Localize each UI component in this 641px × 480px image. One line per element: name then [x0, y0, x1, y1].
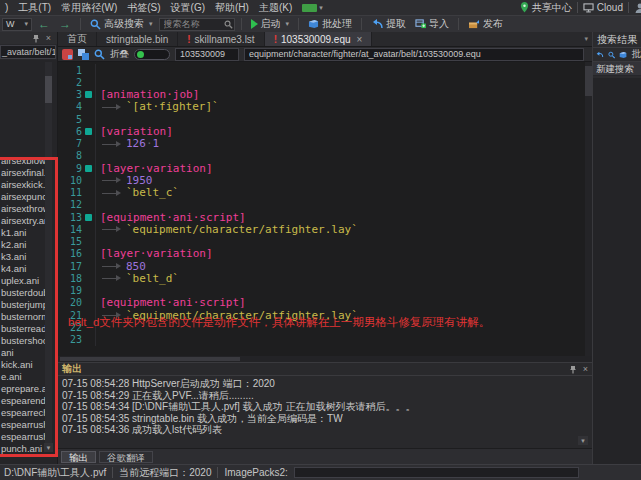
code-editor[interactable]: 123[animation·job]4`[at·fighter]`56[vari…: [58, 62, 592, 356]
stop-record-icon[interactable]: [62, 49, 73, 60]
copy-icon[interactable]: [78, 49, 89, 60]
file-list-item[interactable]: airsexkick.ani: [0, 179, 46, 191]
scrollbar-thumb[interactable]: [45, 76, 52, 103]
search-icon[interactable]: [224, 20, 233, 29]
file-list-item[interactable]: punch.ani: [0, 443, 46, 455]
menu-item[interactable]: 常用路径(W): [56, 1, 122, 15]
menu-item[interactable]: 帮助(H): [210, 1, 254, 15]
file-list-item[interactable]: busterdouble.: [0, 287, 46, 299]
search-icon[interactable]: [94, 49, 105, 60]
chevron-down-icon[interactable]: ▾: [580, 32, 592, 46]
file-list-item[interactable]: airsextry.ani: [0, 215, 46, 227]
new-search-tab[interactable]: 新建搜索: [593, 62, 641, 76]
account-button[interactable]: [634, 2, 641, 14]
share-center-button[interactable]: 共享中心: [520, 1, 572, 15]
file-list-item[interactable]: k1.ani: [0, 227, 46, 239]
file-list-item[interactable]: espearend.an: [0, 395, 46, 407]
chevron-down-icon: ▾: [286, 20, 290, 28]
fold-column: [82, 187, 96, 199]
file-list-item[interactable]: k2.ani: [0, 239, 46, 251]
close-icon[interactable]: ×: [46, 33, 51, 43]
file-list-item[interactable]: busterjump.a: [0, 299, 46, 311]
editor-scrollbar-thumb[interactable]: [585, 66, 592, 96]
file-list-item[interactable]: espearrechan: [0, 407, 46, 419]
code-line: 2: [58, 76, 592, 88]
code-token-section: [equipment·ani·script]: [100, 211, 246, 224]
menu-item[interactable]: ): [0, 2, 13, 13]
scroll-down-icon[interactable]: ▼: [578, 436, 588, 445]
tab-首页[interactable]: 首页: [58, 32, 97, 46]
file-list-item[interactable]: busterready.a: [0, 323, 46, 335]
tab-stringtable.bin[interactable]: stringtable.bin: [97, 32, 178, 46]
code-token-num: 126: [126, 137, 146, 150]
pin-icon[interactable]: [32, 34, 40, 43]
output-panel: 输出 × 07-15 08:54:28 HttpServer启动成功 端口：20…: [58, 362, 592, 448]
menu-item[interactable]: 主题(K): [254, 1, 297, 15]
fold-column: [82, 76, 96, 88]
fold-marker-icon[interactable]: [85, 91, 92, 98]
editor-scrollbar-track[interactable]: [585, 62, 592, 356]
advanced-search-button[interactable]: 高级搜索 ▾: [87, 17, 156, 31]
file-list-item[interactable]: k4.ani: [0, 263, 46, 275]
log-line: 07-15 08:54:36 成功载入lst代码列表: [62, 424, 592, 436]
theme-color-swatch[interactable]: [302, 4, 317, 12]
menu-item[interactable]: 工具(T): [13, 1, 56, 15]
file-list-item[interactable]: airsexpunch.a: [0, 191, 46, 203]
file-list-item[interactable]: k3.ani: [0, 251, 46, 263]
imagepacks-field[interactable]: [294, 467, 579, 478]
editor-hscrollbar-thumb[interactable]: [60, 357, 240, 361]
fold-marker-icon[interactable]: [85, 165, 92, 172]
bottom-tab-输出[interactable]: 输出: [61, 451, 96, 463]
file-list-item[interactable]: airsexthrow.a: [0, 203, 46, 215]
refresh-icon[interactable]: [596, 50, 604, 60]
divider: [577, 2, 578, 13]
bottom-tab-谷歌翻译[interactable]: 谷歌翻译: [99, 451, 153, 463]
chevron-down-icon: ▾: [24, 20, 28, 28]
file-list-item[interactable]: busternormal.: [0, 311, 46, 323]
file-id-field[interactable]: [175, 48, 239, 61]
tab-103530009.equ[interactable]: !103530009.equ×: [265, 32, 373, 46]
tab-arrow-icon: [100, 139, 124, 149]
pin-icon[interactable]: [569, 365, 577, 374]
search-icon[interactable]: [608, 50, 615, 60]
publish-button[interactable]: 发布: [465, 17, 506, 31]
menu-item[interactable]: 设置(G): [166, 1, 210, 15]
menu-item[interactable]: 书签(S): [122, 1, 165, 15]
close-icon[interactable]: ×: [583, 364, 588, 374]
scrollbar-track[interactable]: [45, 62, 52, 450]
extract-button[interactable]: 提取: [368, 17, 409, 31]
fold-toggle[interactable]: [134, 49, 170, 60]
modified-indicator: !: [187, 34, 190, 45]
nav-back-button[interactable]: ←: [35, 18, 53, 31]
close-icon[interactable]: ×: [357, 34, 363, 45]
cloud-button[interactable]: Cloud: [583, 2, 623, 13]
run-button[interactable]: 启动 ▾: [248, 17, 293, 31]
fold-column: [82, 113, 96, 125]
divider: [217, 467, 218, 478]
batch-button[interactable]: 批处理: [305, 17, 355, 31]
book-icon[interactable]: [619, 50, 627, 60]
sidebar-path-combo[interactable]: _avatar/belt/10 ▾: [0, 45, 56, 59]
chevron-down-icon[interactable]: ▾: [319, 4, 323, 12]
file-list-item[interactable]: espearrush.a: [0, 419, 46, 431]
workspace-combo[interactable]: W ▾: [2, 18, 32, 31]
file-list-item[interactable]: airsexblow.an: [0, 155, 46, 167]
code-token-num: 850: [126, 260, 146, 273]
file-list-item[interactable]: bustershoot.a: [0, 335, 46, 347]
import-button[interactable]: 导入: [412, 17, 452, 31]
scroll-down-icon[interactable]: ▼: [44, 443, 53, 452]
file-list-item[interactable]: uplex.ani: [0, 275, 46, 287]
line-number: 4: [58, 101, 82, 112]
fold-marker-icon[interactable]: [85, 128, 92, 135]
file-list-item[interactable]: e.ani: [0, 371, 46, 383]
file-path-field[interactable]: [244, 48, 584, 61]
output-log[interactable]: 07-15 08:54:28 HttpServer启动成功 端口：202007-…: [58, 376, 592, 436]
file-list-item[interactable]: kick.ani: [0, 359, 46, 371]
fold-marker-icon[interactable]: [85, 214, 92, 221]
file-list-item[interactable]: eprepare.ani: [0, 383, 46, 395]
nav-forward-button[interactable]: →: [56, 18, 74, 31]
file-list-item[interactable]: ani: [0, 347, 46, 359]
file-list-item[interactable]: espearrushsta: [0, 431, 46, 443]
tab-skillname3.lst[interactable]: !skillname3.lst: [178, 32, 264, 46]
file-list-item[interactable]: airsexfinal.ani: [0, 167, 46, 179]
